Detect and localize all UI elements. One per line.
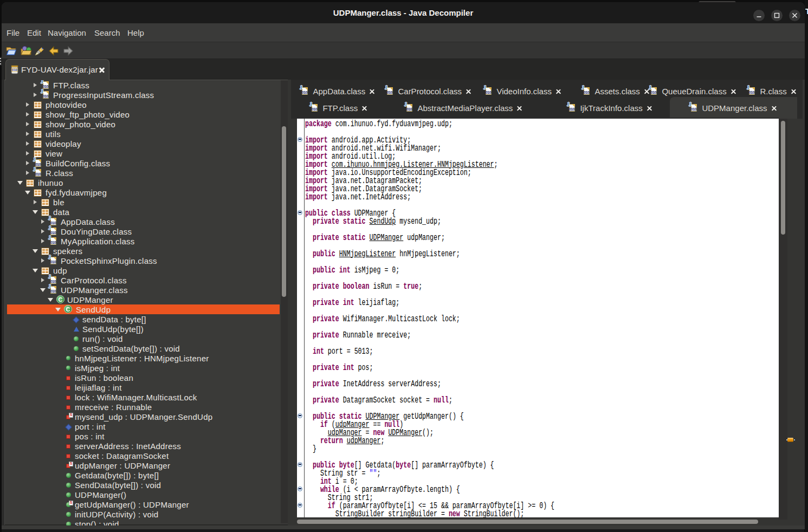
svg-text:010: 010 <box>12 68 17 72</box>
